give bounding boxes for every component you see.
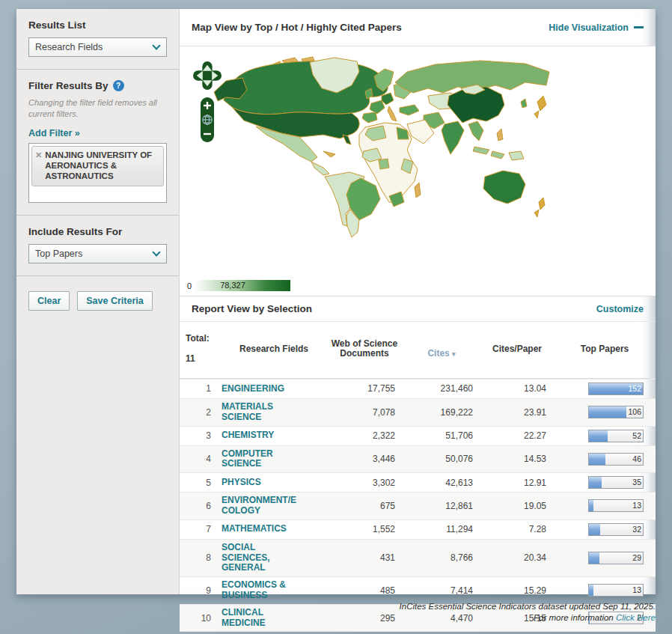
filter-note: Changing the filter field removes all cu… (28, 97, 167, 120)
add-filter-link[interactable]: Add Filter » (28, 128, 80, 138)
research-field-link[interactable]: ENVIRONMENT/E COLOGY (222, 496, 326, 516)
row-cites: 8,766 (403, 552, 480, 563)
row-cites: 12,861 (403, 501, 480, 511)
top-papers-bar: 29 (554, 552, 656, 564)
research-field-link[interactable]: ECONOMICS & BUSINESS (222, 580, 326, 601)
top-papers-value: 29 (632, 553, 641, 562)
save-criteria-button[interactable]: Save Criteria (77, 291, 152, 311)
table-row[interactable]: 6 ENVIRONMENT/E COLOGY 675 12,861 19.05 … (180, 492, 656, 519)
customize-link[interactable]: Customize (596, 304, 644, 314)
map-region-new-guinea (509, 151, 524, 160)
results-list-selected-value: Research Fields (29, 42, 147, 52)
dataset-footer: InCites Essential Science Indicators dat… (400, 601, 656, 624)
table-row[interactable]: 8 SOCIAL SCIENCES, GENERAL 431 8,766 20.… (180, 539, 656, 576)
research-field-link[interactable]: PHYSICS (222, 478, 326, 488)
row-rank: 7 (180, 524, 222, 534)
row-documents: 2,322 (326, 430, 403, 441)
sidebar: Results List Research Fields Filter Resu… (16, 9, 180, 594)
top-papers-bar-fill (589, 454, 605, 465)
app-window: Results List Research Fields Filter Resu… (16, 9, 656, 594)
row-documents: 431 (326, 552, 403, 563)
table-row[interactable]: 9 ECONOMICS & BUSINESS 485 7,414 15.29 1… (180, 576, 656, 604)
top-papers-bar: 13 (554, 499, 656, 512)
top-papers-bar-fill (589, 552, 599, 564)
legend-min-value: 0 (187, 281, 192, 290)
dataset-updated-note: InCites Essential Science Indicators dat… (400, 601, 656, 612)
row-cites-per-paper: 23.91 (480, 407, 554, 418)
top-papers-bar: 35 (554, 476, 656, 489)
map-region-indonesia (473, 147, 524, 160)
row-cites: 231,460 (403, 383, 480, 394)
map-pan-control[interactable] (193, 61, 222, 90)
hide-visualization-label: Hide Visualization (549, 22, 629, 33)
results-list-heading: Results List (28, 19, 167, 31)
research-field-link[interactable]: ENGINEERING (222, 384, 326, 394)
chevron-down-icon (147, 252, 166, 255)
sort-descending-icon: ▾ (452, 350, 456, 358)
row-cites: 42,613 (403, 478, 480, 488)
row-cites: 51,706 (403, 430, 480, 441)
report-table-header: Total: 11 Research Fields Web of Science… (180, 322, 656, 379)
row-rank: 1 (180, 383, 222, 394)
map-country-australia (483, 171, 525, 204)
hide-visualization-link[interactable]: Hide Visualization (549, 22, 644, 33)
help-icon[interactable]: ? (113, 80, 124, 91)
table-row[interactable]: 2 MATERIALS SCIENCE 7,078 169,222 23.91 … (180, 398, 656, 426)
map-zoom-control[interactable] (201, 97, 214, 142)
column-header-cites-per-paper[interactable]: Cites/Paper (480, 344, 554, 355)
table-row[interactable]: 7 MATHEMATICS 1,552 11,294 7.28 32 (180, 519, 656, 539)
results-list-section: Results List Research Fields (16, 9, 179, 70)
research-field-link[interactable]: CHEMISTRY (222, 430, 326, 441)
clear-button[interactable]: Clear (28, 291, 70, 311)
click-here-link[interactable]: Click Here (616, 613, 656, 622)
map-view-title: Map View by Top / Hot / Highly Cited Pap… (192, 22, 402, 33)
map-country-nigeria (379, 159, 389, 169)
active-filters-box: ✕ NANJING UNIVERSITY OF AERONAUTICS & AS… (28, 143, 167, 203)
map-country-india (442, 121, 464, 154)
table-row[interactable]: 0 ALL FIELDS 38,755 606,060 15.64 499 (180, 631, 656, 634)
top-papers-value: 46 (632, 454, 641, 463)
map-region-south-america (325, 172, 380, 237)
filter-chip: ✕ NANJING UNIVERSITY OF AERONAUTICS & AS… (31, 146, 164, 186)
include-results-heading: Include Results For (28, 226, 167, 237)
top-papers-bar-fill (589, 477, 602, 488)
table-row[interactable]: 5 PHYSICS 3,302 42,613 12.91 35 (180, 472, 656, 492)
column-header-top-papers[interactable]: Top Papers (554, 344, 656, 355)
report-rows: 1 ENGINEERING 17,755 231,460 13.04 152 2… (180, 379, 656, 634)
column-header-cites-sorted[interactable]: Cites ▾ (403, 339, 480, 360)
map-country-south-korea (521, 99, 527, 108)
report-table: Total: 11 Research Fields Web of Science… (180, 322, 656, 634)
row-documents: 7,078 (326, 407, 403, 418)
remove-filter-icon[interactable]: ✕ (35, 150, 42, 182)
column-header-wos-documents[interactable]: Web of Science Documents (326, 339, 403, 360)
research-field-link[interactable]: MATERIALS SCIENCE (222, 402, 326, 423)
table-row[interactable]: 3 CHEMISTRY 2,322 51,706 22.27 52 (180, 426, 656, 445)
research-field-link[interactable]: CLINICAL MEDICINE (222, 608, 326, 629)
map-region-florida (343, 135, 351, 144)
total-count-header: Total: 11 (180, 323, 222, 375)
map-country-spain (362, 112, 377, 123)
table-row[interactable]: 4 COMPUTER SCIENCE 3,446 50,076 14.53 46 (180, 445, 656, 473)
top-papers-bar: 46 (554, 453, 656, 466)
row-cites-per-paper: 15.29 (480, 585, 554, 596)
column-header-research-fields[interactable]: Research Fields (222, 344, 326, 355)
research-field-link[interactable]: COMPUTER SCIENCE (222, 449, 326, 470)
table-row[interactable]: 1 ENGINEERING 17,755 231,460 13.04 152 (180, 379, 656, 398)
more-info-label: For more information (534, 613, 614, 622)
include-results-select[interactable]: Top Papers (28, 244, 167, 263)
row-cites-per-paper: 22.27 (480, 430, 554, 441)
map-country-cuba (323, 151, 335, 157)
minus-icon (634, 26, 644, 28)
top-papers-value: 32 (632, 525, 641, 534)
main-panel: Map View by Top / Hot / Highly Cited Pap… (180, 9, 656, 594)
actions-section: Clear Save Criteria (16, 276, 179, 323)
top-papers-bar: 52 (554, 430, 656, 442)
report-view-title: Report View by Selection (192, 303, 312, 314)
row-cites: 11,294 (403, 524, 480, 534)
results-list-select[interactable]: Research Fields (28, 37, 167, 57)
filter-by-heading: Filter Results By (28, 80, 109, 91)
research-field-link[interactable]: SOCIAL SCIENCES, GENERAL (222, 543, 326, 573)
research-field-link[interactable]: MATHEMATICS (222, 524, 326, 534)
choropleth-world-map[interactable] (211, 55, 570, 241)
top-papers-bar: 106 (554, 406, 656, 418)
